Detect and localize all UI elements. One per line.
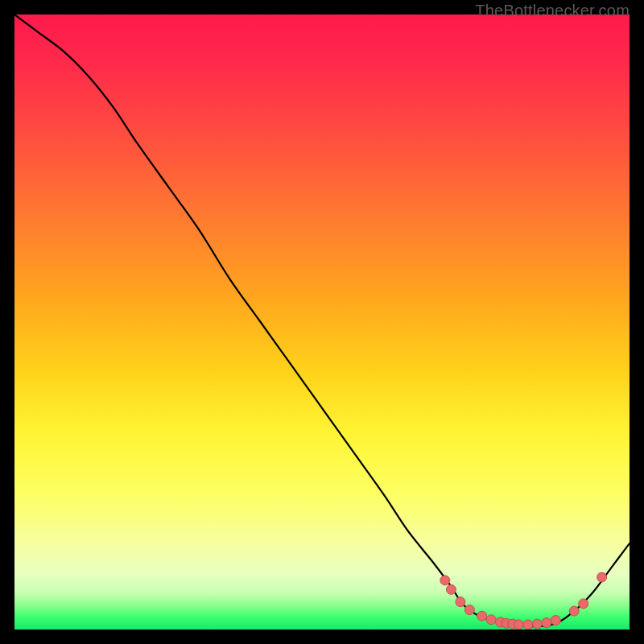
source-label: TheBottlenecker.com <box>475 2 630 20</box>
curve-marker <box>446 584 456 594</box>
plot-area <box>14 14 630 630</box>
curve-markers <box>440 572 607 630</box>
curve-marker <box>464 605 474 615</box>
curve-marker <box>569 606 579 616</box>
curve-marker <box>532 619 542 629</box>
curve-marker <box>542 618 551 628</box>
bottleneck-curve <box>14 14 630 626</box>
curve-marker <box>440 576 450 585</box>
curve-marker <box>551 616 560 625</box>
curve-marker <box>514 620 523 630</box>
curve-marker <box>486 615 496 625</box>
curve-marker <box>597 572 607 582</box>
curve-marker <box>477 611 487 621</box>
curve-marker <box>456 597 465 607</box>
chart-stage: TheBottlenecker.com <box>0 0 644 644</box>
chart-svg <box>14 14 630 630</box>
curve-marker <box>523 620 533 630</box>
curve-marker <box>579 599 588 609</box>
